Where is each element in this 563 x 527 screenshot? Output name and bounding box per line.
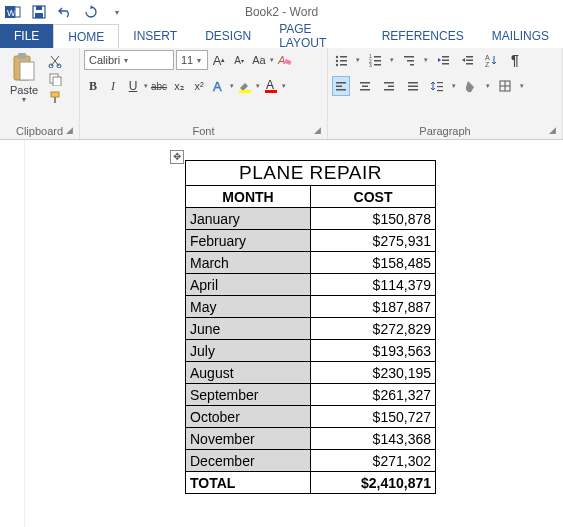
svg-rect-50 — [384, 82, 394, 84]
font-name-combo[interactable]: Calibri▾ — [84, 50, 174, 70]
header-cost[interactable]: COST — [311, 186, 436, 208]
tab-file[interactable]: FILE — [0, 24, 53, 48]
increase-indent-icon[interactable] — [458, 50, 476, 70]
copy-icon[interactable] — [48, 72, 62, 86]
table-cell-cost[interactable]: $158,485 — [311, 252, 436, 274]
repair-table[interactable]: PLANE REPAIR MONTH COST January$150,878F… — [185, 160, 436, 494]
decrease-indent-icon[interactable] — [434, 50, 452, 70]
strikethrough-button[interactable]: abc — [150, 76, 168, 96]
sort-icon[interactable]: AZ — [482, 50, 500, 70]
tab-insert[interactable]: INSERT — [119, 24, 191, 48]
group-paragraph: ▾ 123▾ ▾ AZ ¶ ▾ ▾ ▾ Paragraph◢ — [328, 48, 563, 139]
svg-rect-22 — [340, 56, 347, 58]
undo-icon[interactable] — [56, 3, 74, 21]
table-cell-month[interactable]: November — [186, 428, 311, 450]
table-cell-month[interactable]: December — [186, 450, 311, 472]
justify-icon[interactable] — [404, 76, 422, 96]
table-move-handle-icon[interactable]: ✥ — [170, 150, 184, 164]
tab-mailings[interactable]: MAILINGS — [478, 24, 563, 48]
table-cell-cost[interactable]: $230,195 — [311, 362, 436, 384]
highlight-icon[interactable] — [236, 76, 254, 96]
paste-icon[interactable] — [10, 52, 38, 84]
table-cell-cost[interactable]: $275,931 — [311, 230, 436, 252]
table-cell-month[interactable]: September — [186, 384, 311, 406]
table-cell-cost[interactable]: $150,727 — [311, 406, 436, 428]
numbering-icon[interactable]: 123 — [366, 50, 384, 70]
bullets-icon[interactable] — [332, 50, 350, 70]
svg-rect-44 — [336, 82, 346, 84]
table-cell-month[interactable]: June — [186, 318, 311, 340]
table-cell-month[interactable]: January — [186, 208, 311, 230]
align-left-icon[interactable] — [332, 76, 350, 96]
borders-icon[interactable] — [496, 76, 514, 96]
shrink-font-icon[interactable]: A▾ — [230, 50, 248, 70]
italic-button[interactable]: I — [104, 76, 122, 96]
line-spacing-icon[interactable] — [428, 76, 446, 96]
align-center-icon[interactable] — [356, 76, 374, 96]
svg-rect-54 — [408, 86, 418, 88]
show-marks-icon[interactable]: ¶ — [506, 50, 524, 70]
redo-icon[interactable] — [82, 3, 100, 21]
bold-button[interactable]: B — [84, 76, 102, 96]
paste-label[interactable]: Paste — [10, 84, 38, 96]
table-cell-month[interactable]: March — [186, 252, 311, 274]
tab-home[interactable]: HOME — [53, 24, 119, 48]
table-cell-cost[interactable]: $193,563 — [311, 340, 436, 362]
font-color-icon[interactable]: A — [262, 76, 280, 96]
text-effects-icon[interactable]: A — [210, 76, 228, 96]
svg-text:Z: Z — [485, 61, 490, 67]
format-painter-icon[interactable] — [48, 90, 62, 104]
clipboard-launcher-icon[interactable]: ◢ — [63, 125, 75, 137]
paste-dropdown-icon[interactable]: ▼ — [21, 96, 28, 103]
total-cost[interactable]: $2,410,871 — [311, 472, 436, 494]
table-cell-cost[interactable]: $271,302 — [311, 450, 436, 472]
table-cell-cost[interactable]: $187,887 — [311, 296, 436, 318]
total-label[interactable]: TOTAL — [186, 472, 311, 494]
table-cell-month[interactable]: October — [186, 406, 311, 428]
table-cell-cost[interactable]: $114,379 — [311, 274, 436, 296]
grow-font-icon[interactable]: A▴ — [210, 50, 228, 70]
table-cell-cost[interactable]: $150,878 — [311, 208, 436, 230]
tab-references[interactable]: REFERENCES — [368, 24, 478, 48]
shading-icon[interactable] — [462, 76, 480, 96]
align-right-icon[interactable] — [380, 76, 398, 96]
cut-icon[interactable] — [48, 54, 62, 68]
subscript-button[interactable]: x₂ — [170, 76, 188, 96]
tab-page-layout[interactable]: PAGE LAYOUT — [265, 24, 367, 48]
group-font: Calibri▾ 11▾ A▴ A▾ Aa▾ A B I U▾ abc x₂ x… — [80, 48, 328, 139]
clear-formatting-icon[interactable]: A — [276, 50, 294, 70]
save-icon[interactable] — [30, 3, 48, 21]
svg-point-25 — [336, 64, 338, 66]
page[interactable]: ✥ PLANE REPAIR MONTH COST January$150,87… — [25, 140, 563, 527]
svg-rect-20 — [265, 90, 277, 93]
ribbon: Paste ▼ Clipboard◢ Calibri▾ 11▾ A▴ A▾ Aa… — [0, 48, 563, 140]
table-cell-month[interactable]: May — [186, 296, 311, 318]
svg-text:A: A — [266, 78, 274, 92]
font-launcher-icon[interactable]: ◢ — [311, 125, 323, 137]
table-title[interactable]: PLANE REPAIR — [186, 161, 436, 186]
svg-rect-12 — [53, 77, 61, 86]
table-cell-month[interactable]: July — [186, 340, 311, 362]
superscript-button[interactable]: x² — [190, 76, 208, 96]
font-size-combo[interactable]: 11▾ — [176, 50, 208, 70]
table-cell-month[interactable]: February — [186, 230, 311, 252]
underline-button[interactable]: U — [124, 76, 142, 96]
svg-rect-26 — [340, 64, 347, 66]
table-cell-cost[interactable]: $261,327 — [311, 384, 436, 406]
paragraph-launcher-icon[interactable]: ◢ — [546, 125, 558, 137]
multilevel-list-icon[interactable] — [400, 50, 418, 70]
group-clipboard: Paste ▼ Clipboard◢ — [0, 48, 80, 139]
change-case-icon[interactable]: Aa — [250, 50, 268, 70]
svg-rect-8 — [20, 62, 34, 80]
tab-design[interactable]: DESIGN — [191, 24, 265, 48]
svg-rect-4 — [36, 6, 42, 10]
customize-qat-icon[interactable]: ▾ — [108, 3, 126, 21]
table-cell-month[interactable]: August — [186, 362, 311, 384]
table-cell-cost[interactable]: $272,829 — [311, 318, 436, 340]
table-cell-cost[interactable]: $143,368 — [311, 428, 436, 450]
svg-rect-30 — [374, 60, 381, 62]
svg-rect-40 — [466, 60, 473, 62]
table-cell-month[interactable]: April — [186, 274, 311, 296]
header-month[interactable]: MONTH — [186, 186, 311, 208]
svg-rect-49 — [360, 89, 370, 91]
